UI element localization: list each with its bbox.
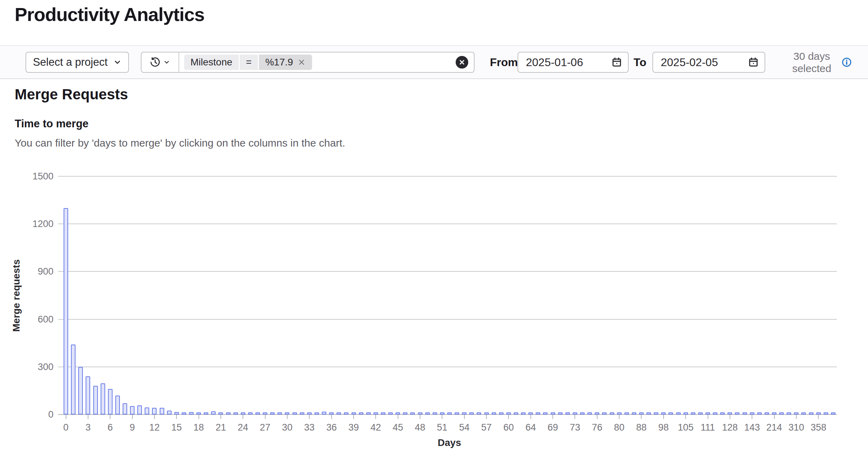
bar[interactable] bbox=[182, 412, 186, 414]
bar[interactable] bbox=[160, 408, 164, 414]
bar[interactable] bbox=[646, 412, 651, 414]
bar[interactable] bbox=[713, 412, 717, 414]
bar[interactable] bbox=[624, 412, 629, 414]
bar[interactable] bbox=[189, 412, 194, 414]
bar[interactable] bbox=[617, 412, 622, 414]
bar[interactable] bbox=[344, 412, 348, 414]
bar[interactable] bbox=[388, 412, 393, 414]
bar[interactable] bbox=[337, 412, 341, 414]
bar[interactable] bbox=[668, 412, 673, 414]
bar[interactable] bbox=[130, 406, 135, 414]
bar[interactable] bbox=[359, 412, 363, 414]
bar[interactable] bbox=[536, 412, 540, 414]
bar[interactable] bbox=[735, 412, 739, 414]
bar[interactable] bbox=[565, 412, 570, 414]
bar[interactable] bbox=[433, 412, 437, 414]
bar[interactable] bbox=[750, 412, 754, 414]
bar[interactable] bbox=[270, 412, 275, 414]
bar[interactable] bbox=[263, 412, 267, 414]
bar[interactable] bbox=[824, 412, 828, 414]
bar[interactable] bbox=[101, 383, 105, 414]
bar[interactable] bbox=[462, 412, 466, 414]
bar[interactable] bbox=[366, 412, 371, 414]
bar[interactable] bbox=[484, 412, 489, 414]
bar[interactable] bbox=[233, 412, 238, 414]
bar[interactable] bbox=[492, 412, 496, 414]
bar[interactable] bbox=[115, 396, 120, 414]
bar[interactable] bbox=[558, 412, 563, 414]
bar[interactable] bbox=[418, 412, 422, 414]
bar[interactable] bbox=[654, 412, 658, 414]
bar[interactable] bbox=[816, 412, 821, 414]
bar[interactable] bbox=[587, 412, 592, 414]
bar[interactable] bbox=[410, 412, 415, 414]
bar[interactable] bbox=[292, 412, 297, 414]
bar[interactable] bbox=[255, 412, 260, 414]
bar[interactable] bbox=[801, 412, 806, 414]
bar[interactable] bbox=[167, 411, 172, 414]
bar[interactable] bbox=[720, 412, 725, 414]
bar[interactable] bbox=[514, 412, 518, 414]
bar[interactable] bbox=[639, 412, 644, 414]
bar[interactable] bbox=[314, 412, 319, 414]
bar[interactable] bbox=[573, 412, 577, 414]
bar[interactable] bbox=[528, 412, 533, 414]
bar[interactable] bbox=[374, 412, 378, 414]
bar[interactable] bbox=[145, 407, 149, 414]
bar[interactable] bbox=[447, 412, 452, 414]
bar[interactable] bbox=[691, 412, 695, 414]
bar[interactable] bbox=[787, 412, 791, 414]
bar[interactable] bbox=[204, 412, 208, 414]
bar[interactable] bbox=[521, 412, 526, 414]
bar[interactable] bbox=[595, 412, 599, 414]
bar[interactable] bbox=[403, 412, 407, 414]
bar[interactable] bbox=[64, 208, 68, 414]
bar[interactable] bbox=[499, 412, 504, 414]
bar[interactable] bbox=[425, 412, 430, 414]
bar[interactable] bbox=[543, 412, 548, 414]
bar[interactable] bbox=[71, 345, 75, 414]
bar[interactable] bbox=[765, 412, 769, 414]
bar[interactable] bbox=[506, 412, 511, 414]
bar[interactable] bbox=[123, 403, 127, 414]
bar[interactable] bbox=[93, 386, 98, 414]
bar[interactable] bbox=[779, 412, 784, 414]
bar[interactable] bbox=[728, 412, 732, 414]
bar[interactable] bbox=[632, 412, 636, 414]
bar[interactable] bbox=[477, 412, 481, 414]
bar[interactable] bbox=[683, 412, 688, 414]
bar[interactable] bbox=[440, 412, 444, 414]
bar[interactable] bbox=[455, 412, 459, 414]
bar[interactable] bbox=[831, 412, 836, 414]
bar[interactable] bbox=[241, 412, 245, 414]
bar[interactable] bbox=[137, 405, 142, 414]
bar[interactable] bbox=[794, 412, 798, 414]
bar[interactable] bbox=[743, 412, 747, 414]
bar[interactable] bbox=[174, 412, 179, 414]
bar[interactable] bbox=[706, 412, 710, 414]
bar[interactable] bbox=[322, 412, 326, 414]
bar[interactable] bbox=[285, 412, 289, 414]
bar[interactable] bbox=[277, 412, 282, 414]
bar[interactable] bbox=[469, 412, 474, 414]
bar[interactable] bbox=[698, 412, 703, 414]
bar[interactable] bbox=[108, 389, 113, 414]
bar[interactable] bbox=[676, 412, 681, 414]
bar[interactable] bbox=[381, 412, 385, 414]
bar[interactable] bbox=[248, 412, 253, 414]
bar[interactable] bbox=[86, 376, 90, 414]
bar[interactable] bbox=[78, 367, 83, 414]
bar[interactable] bbox=[211, 411, 216, 414]
bar[interactable] bbox=[307, 412, 312, 414]
bar[interactable] bbox=[809, 412, 813, 414]
bar[interactable] bbox=[580, 412, 585, 414]
bar[interactable] bbox=[352, 412, 356, 414]
bar[interactable] bbox=[610, 412, 614, 414]
bar[interactable] bbox=[329, 412, 334, 414]
bar[interactable] bbox=[152, 408, 157, 414]
bar[interactable] bbox=[772, 412, 776, 414]
bar[interactable] bbox=[757, 412, 762, 414]
bar[interactable] bbox=[396, 412, 400, 414]
bar[interactable] bbox=[661, 412, 666, 414]
bar[interactable] bbox=[226, 412, 231, 414]
